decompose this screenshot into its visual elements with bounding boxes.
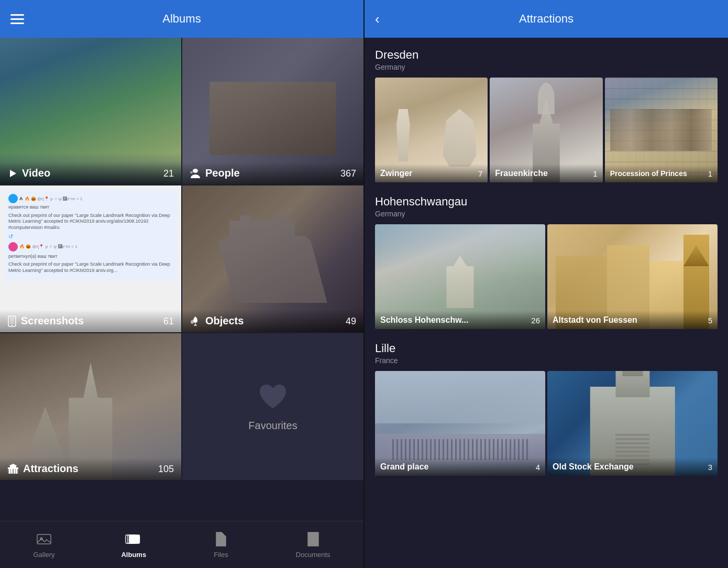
zwinger-label: Zwinger 7 (375, 164, 488, 182)
left-panel: Albums Video 21 (0, 0, 363, 568)
attraction-zwinger[interactable]: Zwinger 7 (375, 78, 488, 182)
schloss-label: Schloss Hohenschw... 26 (375, 311, 545, 329)
attraction-frauenkirche[interactable]: Frauenkirche 1 (490, 78, 602, 182)
nav-documents[interactable]: Documents (285, 527, 341, 563)
svg-rect-10 (16, 468, 17, 474)
albums-nav-icon (125, 531, 142, 548)
svg-rect-12 (10, 466, 16, 468)
right-header: ‹ Attractions (365, 0, 728, 38)
hohenschwangau-grid: Schloss Hohenschw... 26 (375, 224, 718, 329)
album-people[interactable]: People 367 (182, 38, 363, 184)
altstadt-label: Altstadt von Fuessen 5 (547, 311, 718, 329)
album-screenshots[interactable]: A 🔥 🎃 @r[📍 p ☆ ly 🅿e^iπ = 1 нравится ваш… (0, 185, 181, 332)
documents-nav-icon (305, 531, 322, 548)
procession-label: Procession of Princes 1 (605, 165, 718, 182)
lille-grid: Grand place 4 Old Stoc (375, 371, 718, 476)
objects-label: Objects (190, 315, 244, 327)
nav-gallery[interactable]: Gallery (23, 527, 65, 563)
video-label: Video (7, 167, 50, 179)
attractions-icon (7, 463, 19, 475)
gallery-nav-icon (36, 531, 52, 548)
album-attractions[interactable]: Attractions 105 (0, 333, 181, 480)
heart-icon (257, 382, 289, 413)
attraction-grand-place[interactable]: Grand place 4 (375, 371, 545, 476)
bottom-nav: Gallery Albums (0, 521, 363, 568)
objects-overlay: Objects 49 (182, 310, 363, 332)
svg-rect-2 (190, 171, 193, 173)
left-header: Albums (0, 0, 363, 38)
album-favourites[interactable]: Favourites (182, 333, 363, 480)
favourites-content: Favourites (182, 333, 363, 480)
back-button[interactable]: ‹ (375, 11, 380, 27)
svg-rect-14 (37, 534, 51, 544)
people-icon (190, 168, 201, 179)
svg-rect-9 (14, 468, 15, 474)
hamburger-menu-icon[interactable] (10, 14, 24, 24)
svg-marker-0 (10, 170, 16, 177)
video-overlay: Video 21 (0, 162, 181, 184)
nav-albums[interactable]: Albums (111, 527, 157, 563)
svg-rect-7 (9, 468, 10, 474)
albums-grid: Video 21 People 367 (0, 38, 363, 521)
old-stock-label: Old Stock Exchange 3 (547, 457, 718, 476)
svg-marker-13 (9, 464, 17, 466)
grand-place-label: Grand place 4 (375, 457, 545, 476)
attraction-altstadt[interactable]: Altstadt von Fuessen 5 (547, 224, 718, 329)
location-dresden: Dresden Germany Zwinger 7 (375, 48, 718, 182)
people-label: People (190, 167, 240, 179)
page-title: Albums (162, 12, 201, 26)
screenshots-label: Screenshots (7, 315, 84, 327)
nav-files[interactable]: Files (202, 527, 240, 563)
right-panel: ‹ Attractions Dresden Germany Zwinger 7 (365, 0, 728, 568)
dresden-grid: Zwinger 7 Frauenkirche 1 (375, 78, 718, 182)
svg-rect-8 (11, 468, 13, 474)
files-nav-icon (213, 531, 229, 548)
play-icon (7, 168, 18, 179)
location-lille: Lille France Grand place 4 (375, 342, 718, 476)
attraction-procession[interactable]: Procession of Princes 1 (605, 78, 718, 182)
attractions-list: Dresden Germany Zwinger 7 (365, 38, 728, 568)
album-video[interactable]: Video 21 (0, 38, 181, 184)
album-objects[interactable]: Objects 49 (182, 185, 363, 332)
objects-icon (190, 315, 201, 327)
attractions-overlay: Attractions 105 (0, 457, 181, 480)
phone-icon (7, 315, 17, 327)
attraction-old-stock[interactable]: Old Stock Exchange 3 (547, 371, 718, 476)
attraction-schloss[interactable]: Schloss Hohenschw... 26 (375, 224, 545, 329)
attractions-label: Attractions (7, 463, 79, 475)
svg-rect-4 (10, 317, 14, 324)
svg-rect-1 (193, 169, 198, 173)
people-overlay: People 367 (182, 162, 363, 184)
svg-point-5 (12, 325, 13, 326)
screenshots-overlay: Screenshots 61 (0, 310, 181, 332)
attractions-title: Attractions (519, 12, 573, 26)
location-hohenschwangau: Hohenschwangau Germany Schloss Hohenschw… (375, 195, 718, 329)
frauenkirche-label: Frauenkirche 1 (490, 164, 602, 182)
